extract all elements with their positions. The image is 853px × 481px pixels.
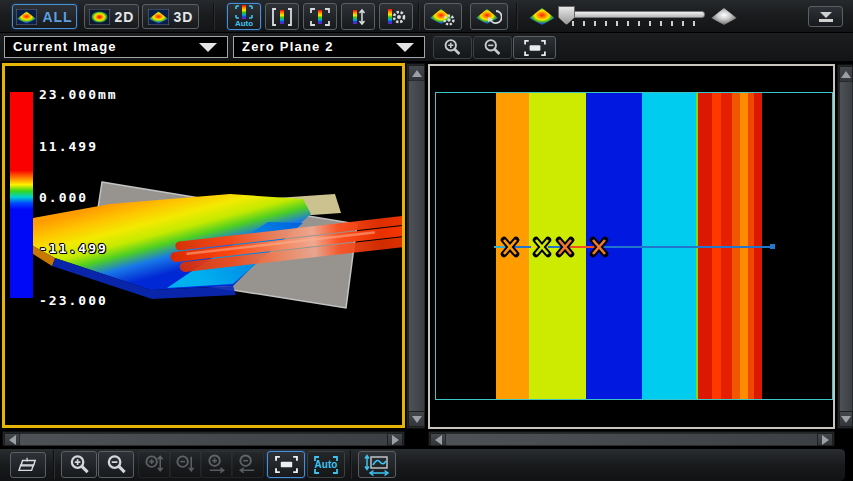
zoom-out-icon [483, 38, 502, 57]
scale-label-min: -23.000 [39, 293, 108, 308]
profile-marker[interactable] [559, 240, 571, 254]
transparent-surface-icon [710, 6, 738, 27]
transparency-slider-ticks [572, 21, 704, 26]
horizontal-zoom-in-button[interactable] [200, 451, 233, 478]
vertical-zoom-out-icon [175, 454, 196, 475]
auto-fit-button[interactable]: Auto [307, 451, 345, 478]
image-source-dropdown[interactable]: Current Image [4, 36, 228, 58]
view-mode-2d-label: 2D [115, 9, 135, 25]
display-settings-icon [430, 7, 456, 27]
scrollbar-thumb[interactable] [445, 433, 820, 446]
fit-view-button[interactable] [513, 36, 556, 59]
right-horizontal-scrollbar[interactable] [428, 431, 835, 446]
scale-label-zero: 0.000 [39, 190, 88, 205]
fit-window-button[interactable] [267, 451, 305, 478]
fit-window-icon [523, 39, 547, 57]
tilt-correction-button[interactable] [10, 452, 46, 478]
scrollbar-thumb[interactable] [408, 80, 425, 414]
view-2d-panel[interactable] [428, 64, 835, 429]
arrow-left-icon [9, 435, 16, 445]
profile-overlay [436, 93, 832, 399]
chevron-down-icon [199, 43, 217, 52]
scrollbar-thumb[interactable] [19, 433, 390, 446]
scroll-left-button[interactable] [430, 433, 446, 446]
horizontal-zoom-out-button[interactable] [231, 451, 264, 478]
toolbar-separator [516, 3, 518, 30]
view-3d-panel[interactable]: 23.000mm 11.499 0.000 -11.499 -23.000 [2, 63, 405, 428]
auto-scale-label: Auto [235, 19, 253, 28]
display-settings-button[interactable] [424, 3, 462, 30]
scroll-right-button[interactable] [387, 433, 403, 446]
zero-plane-dropdown[interactable]: Zero Plane 2 [233, 36, 425, 58]
toolbar-separator [350, 450, 352, 479]
view-mode-2d-button[interactable]: 2D [84, 4, 139, 29]
image-rotation-button[interactable] [470, 3, 508, 30]
toolbar-separator [213, 3, 215, 30]
profile-line-endpoint[interactable] [770, 244, 775, 249]
scroll-down-button[interactable] [839, 411, 853, 427]
view-zoom-out-button[interactable] [98, 451, 134, 478]
arrow-up-icon [412, 70, 422, 77]
scroll-right-button[interactable] [817, 433, 833, 446]
zoom-out-icon [106, 454, 127, 475]
profile-marker[interactable] [593, 240, 605, 254]
image-rotation-icon [476, 7, 502, 27]
vertical-zoom-out-button[interactable] [169, 451, 202, 478]
vertical-zoom-in-icon [144, 454, 165, 475]
scrollbar-thumb[interactable] [839, 81, 853, 413]
upper-lower-limit-button[interactable] [265, 3, 299, 30]
zoom-in-icon [443, 38, 462, 57]
3d-surface-icon [148, 9, 169, 25]
image-source-value: Current Image [13, 39, 117, 54]
arrow-up-icon [841, 71, 851, 78]
auto-scale-button[interactable]: Auto [227, 3, 261, 30]
zoom-out-button[interactable] [473, 36, 512, 59]
fit-window-icon [274, 455, 299, 474]
profile-scale-button[interactable] [358, 451, 396, 478]
scale-label-max: 23.000mm [39, 87, 118, 102]
toolbar-separator [418, 3, 420, 30]
collapse-toolbar-button[interactable] [808, 6, 843, 27]
profile-scale-icon [364, 454, 390, 476]
toolbar-separator [53, 450, 55, 479]
zoom-in-icon [69, 454, 90, 475]
3d-surface-icon [16, 9, 37, 25]
scale-range-icon [348, 8, 368, 26]
view-mode-all-label: ALL [42, 9, 72, 25]
scale-range-button[interactable] [341, 3, 375, 30]
zoom-in-button[interactable] [433, 36, 472, 59]
scale-settings-icon [385, 8, 407, 26]
collapse-icon [820, 12, 832, 18]
upper-lower-limit-icon [272, 8, 292, 26]
scroll-down-button[interactable] [408, 411, 425, 427]
chevron-down-icon [396, 43, 414, 52]
2d-map-icon [89, 9, 110, 25]
scale-settings-button[interactable] [379, 3, 413, 30]
horizontal-zoom-in-icon [206, 454, 227, 475]
height-map[interactable] [435, 92, 833, 400]
left-horizontal-scrollbar[interactable] [2, 431, 405, 446]
expand-scale-icon [310, 8, 330, 26]
view-mode-3d-button[interactable]: 3D [142, 4, 199, 29]
profile-marker[interactable] [504, 240, 516, 254]
scale-label-lower: -11.499 [39, 241, 108, 256]
expand-scale-button[interactable] [303, 3, 337, 30]
auto-scale-icon [234, 5, 254, 19]
arrow-right-icon [392, 435, 399, 445]
transparency-slider-track[interactable] [562, 11, 705, 18]
view-mode-all-button[interactable]: ALL [12, 4, 77, 29]
arrow-down-icon [841, 416, 851, 423]
scroll-left-button[interactable] [4, 433, 20, 446]
left-vertical-scrollbar[interactable] [406, 63, 425, 429]
scale-label-upper: 11.499 [39, 139, 98, 154]
arrow-left-icon [435, 435, 442, 445]
view-zoom-in-button[interactable] [61, 451, 97, 478]
profile-marker[interactable] [536, 240, 548, 254]
arrow-down-icon [412, 416, 422, 423]
scroll-up-button[interactable] [408, 65, 425, 81]
vertical-zoom-in-button[interactable] [138, 451, 171, 478]
tilt-correction-icon [17, 456, 39, 474]
view-mode-3d-label: 3D [174, 9, 194, 25]
scroll-up-button[interactable] [839, 66, 853, 82]
right-vertical-scrollbar[interactable] [837, 64, 853, 429]
